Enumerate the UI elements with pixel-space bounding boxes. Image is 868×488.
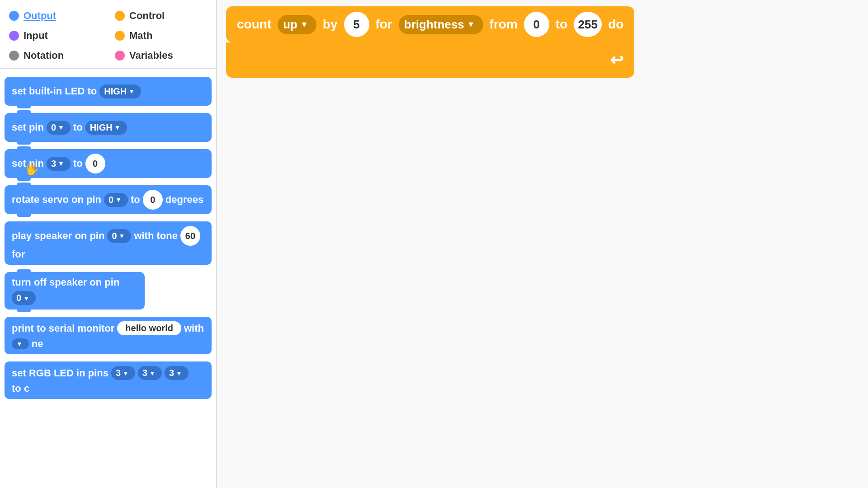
block-rotate-servo[interactable]: rotate servo on pin 0 ▼ to 0 degrees <box>5 185 212 214</box>
from-label: from <box>490 17 518 32</box>
block-set-builtin-led[interactable]: set built-in LED to HIGH ▼ <box>5 77 212 106</box>
orange-count-block[interactable]: count up ▼ by 5 for brightness ▼ from 0 … <box>226 6 634 78</box>
rgb-pin2-value: 3 <box>142 368 147 378</box>
play-speaker-with: with tone <box>134 230 178 242</box>
by-label: by <box>323 17 338 32</box>
count-to-num: 255 <box>578 18 598 32</box>
print-serial-newline-arrow: ▼ <box>16 340 23 347</box>
print-serial-text: print to serial monitor <box>12 323 114 334</box>
builtin-led-arrow: ▼ <box>128 88 135 95</box>
set-pin-val-text: set pin <box>12 158 44 169</box>
block-set-builtin-led-text1: set built-in LED to <box>12 85 97 97</box>
input-dot <box>9 31 19 41</box>
block-set-rgb[interactable]: set RGB LED in pins 3 ▼ 3 ▼ 3 ▼ to c <box>5 361 212 399</box>
count-by-num: 5 <box>353 18 359 32</box>
set-pin-val-pin-value: 3 <box>51 159 56 169</box>
turn-off-speaker-text: turn off speaker on pin <box>12 277 119 288</box>
count-direction-value: up <box>283 18 297 32</box>
for-label: for <box>376 17 392 32</box>
output-dot <box>9 11 19 21</box>
print-serial-ne: ne <box>32 338 43 350</box>
category-control[interactable]: Control <box>115 8 207 23</box>
set-pin-val-pin-dropdown[interactable]: 3 ▼ <box>47 157 71 171</box>
print-serial-string-val: hello world <box>125 323 173 333</box>
loop-return-icon: ↩ <box>610 51 623 70</box>
servo-pin-value: 0 <box>108 195 113 205</box>
math-dot <box>115 31 125 41</box>
count-from-num: 0 <box>533 18 540 32</box>
servo-angle-value[interactable]: 0 <box>143 190 163 210</box>
play-speaker-for: for <box>12 249 25 260</box>
math-label: Math <box>129 30 152 42</box>
category-notation[interactable]: Notation <box>9 48 101 63</box>
servo-pin-dropdown[interactable]: 0 ▼ <box>104 193 128 207</box>
count-to-value[interactable]: 255 <box>574 12 602 37</box>
right-canvas: count up ▼ by 5 for brightness ▼ from 0 … <box>217 0 868 488</box>
set-pin-pin-dropdown[interactable]: 0 ▼ <box>47 121 71 135</box>
orange-block-main-row: count up ▼ by 5 for brightness ▼ from 0 … <box>226 6 634 42</box>
rgb-pin3-dropdown[interactable]: 3 ▼ <box>165 366 189 380</box>
rotate-servo-to: to <box>131 194 140 206</box>
speaker-tone-num: 60 <box>185 231 195 241</box>
control-label: Control <box>129 10 165 22</box>
set-pin-pin-value: 0 <box>51 122 56 133</box>
input-label: Input <box>24 30 48 42</box>
set-pin-val-value[interactable]: 0 <box>85 154 105 174</box>
speaker-pin-arrow: ▼ <box>119 232 125 239</box>
set-pin-level-dropdown[interactable]: HIGH ▼ <box>85 121 127 135</box>
category-math[interactable]: Math <box>115 28 207 43</box>
count-label: count <box>237 17 271 32</box>
rotate-servo-degrees: degrees <box>165 194 203 206</box>
category-input[interactable]: Input <box>9 28 101 43</box>
block-print-serial[interactable]: print to serial monitor hello world with… <box>5 317 212 354</box>
control-dot <box>115 11 125 21</box>
rotate-servo-text: rotate servo on pin <box>12 194 101 206</box>
count-direction-dropdown[interactable]: up ▼ <box>278 15 316 34</box>
block-set-pin-high[interactable]: set pin 0 ▼ to HIGH ▼ <box>5 113 212 142</box>
notation-label: Notation <box>24 50 64 61</box>
variables-dot <box>115 51 125 61</box>
speaker-tone-value[interactable]: 60 <box>180 226 200 246</box>
builtin-led-dropdown[interactable]: HIGH ▼ <box>99 84 141 99</box>
servo-angle-num: 0 <box>150 195 155 205</box>
count-var-dropdown[interactable]: brightness ▼ <box>399 15 483 34</box>
rgb-pin1-value: 3 <box>116 368 121 378</box>
rgb-pin1-arrow: ▼ <box>123 370 129 377</box>
builtin-led-value: HIGH <box>104 86 127 97</box>
rgb-pin2-arrow: ▼ <box>149 370 156 377</box>
print-serial-string[interactable]: hello world <box>117 321 181 335</box>
rgb-pin1-dropdown[interactable]: 3 ▼ <box>111 366 135 380</box>
print-serial-newline-dropdown[interactable]: ▼ <box>12 338 29 349</box>
to-label: to <box>556 17 567 32</box>
count-from-value[interactable]: 0 <box>524 12 549 37</box>
rgb-pin3-arrow: ▼ <box>176 370 182 377</box>
set-pin-text: set pin <box>12 122 44 133</box>
servo-pin-arrow: ▼ <box>115 196 122 203</box>
block-turn-off-speaker[interactable]: turn off speaker on pin 0 ▼ <box>5 272 145 310</box>
output-label: Output <box>24 10 56 22</box>
speaker-pin-value: 0 <box>112 231 117 241</box>
left-panel: Output Control Input Math Notation Varia… <box>0 0 217 488</box>
blocks-list: set built-in LED to HIGH ▼ set pin 0 ▼ t… <box>0 77 216 488</box>
block-set-pin-value[interactable]: set pin 3 ▼ to 0 🖐 <box>5 149 212 178</box>
set-pin-val-to: to <box>73 158 83 169</box>
block-play-speaker[interactable]: play speaker on pin 0 ▼ with tone 60 for <box>5 221 212 265</box>
count-var-value: brightness <box>404 18 464 32</box>
divider <box>0 68 216 69</box>
category-variables[interactable]: Variables <box>115 48 207 63</box>
set-rgb-to-c: to c <box>12 383 29 394</box>
variables-label: Variables <box>129 50 173 61</box>
rgb-pin2-dropdown[interactable]: 3 ▼ <box>138 366 162 380</box>
speaker-pin-dropdown[interactable]: 0 ▼ <box>107 229 131 243</box>
set-rgb-text: set RGB LED in pins <box>12 367 108 379</box>
set-pin-val-pin-arrow: ▼ <box>58 160 64 167</box>
category-list: Output Control Input Math Notation Varia… <box>0 0 216 68</box>
turn-off-speaker-pin-dropdown[interactable]: 0 ▼ <box>12 291 36 305</box>
category-output[interactable]: Output <box>9 8 101 23</box>
count-var-arrow: ▼ <box>467 20 475 29</box>
notation-dot <box>9 51 19 61</box>
do-label: do <box>608 17 623 32</box>
count-by-value[interactable]: 5 <box>344 12 369 37</box>
play-speaker-text: play speaker on pin <box>12 230 104 242</box>
set-pin-level-value: HIGH <box>90 122 113 133</box>
